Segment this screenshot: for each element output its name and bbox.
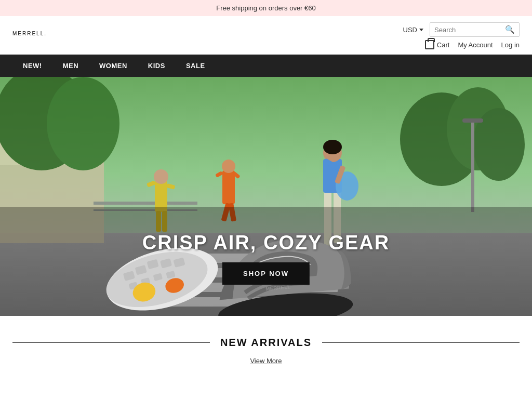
nav-item-new: NEW!: [12, 55, 52, 77]
hero-title: CRISP AIR, COZY GEAR: [142, 232, 390, 254]
search-button[interactable]: 🔍: [505, 25, 515, 34]
shop-now-button[interactable]: SHOP NOW: [222, 262, 310, 285]
header-top-row: USD 🔍: [403, 22, 520, 37]
nav-item-men: MEN: [52, 55, 89, 77]
login-button[interactable]: Log in: [501, 41, 520, 49]
nav-item-women: WOMEN: [89, 55, 138, 77]
view-more-link[interactable]: View More: [250, 357, 282, 365]
divider-right: [322, 342, 520, 343]
cart-label: Cart: [437, 41, 450, 49]
my-account-label: My Account: [458, 41, 493, 49]
chevron-down-icon: [419, 29, 423, 31]
nav-link-women[interactable]: WOMEN: [89, 55, 138, 77]
new-arrivals-header: NEW ARRIVALS: [12, 337, 520, 349]
announcement-text: Free shipping on orders over €60: [216, 4, 316, 12]
svg-rect-35: [471, 118, 474, 212]
svg-point-32: [323, 140, 342, 154]
announcement-bar: Free shipping on orders over €60: [0, 0, 532, 16]
hero-section: MERRELL CRISP AIR, COZY GEAR SHOP NOW: [0, 77, 532, 316]
logo-text: MERRELL: [12, 31, 44, 36]
search-container: 🔍: [430, 22, 520, 37]
new-arrivals-title: NEW ARRIVALS: [220, 337, 312, 349]
svg-point-12: [47, 77, 119, 170]
logo: MERRELL.: [12, 28, 47, 44]
currency-selector[interactable]: USD: [403, 26, 423, 34]
svg-point-16: [154, 169, 168, 184]
top-header: MERRELL. USD 🔍 Cart My: [0, 16, 532, 49]
login-label: Log in: [501, 41, 520, 49]
svg-point-22: [222, 159, 235, 173]
nav-item-sale: SALE: [176, 55, 216, 77]
my-account-button[interactable]: My Account: [458, 41, 493, 49]
search-icon: 🔍: [505, 25, 515, 34]
svg-rect-13: [94, 202, 197, 205]
header-bottom-row: Cart My Account Log in: [425, 40, 520, 49]
currency-value: USD: [403, 26, 417, 34]
nav-link-kids[interactable]: KIDS: [138, 55, 176, 77]
cart-icon: [425, 40, 434, 49]
divider-left: [12, 342, 210, 343]
nav-link-sale[interactable]: SALE: [176, 55, 216, 77]
header-right: USD 🔍 Cart My Account Log: [403, 22, 520, 49]
nav-bar: NEW! MEN WOMEN KIDS SALE: [0, 55, 532, 77]
nav-link-men[interactable]: MEN: [52, 55, 89, 77]
new-arrivals-section: NEW ARRIVALS View More: [0, 316, 532, 376]
cart-button[interactable]: Cart: [425, 40, 450, 49]
logo-tm: .: [44, 31, 47, 36]
svg-rect-21: [222, 170, 235, 204]
search-input[interactable]: [434, 26, 502, 34]
nav-link-new[interactable]: NEW!: [12, 55, 52, 77]
nav-list: NEW! MEN WOMEN KIDS SALE: [12, 55, 520, 77]
svg-rect-36: [462, 118, 483, 123]
nav-item-kids: KIDS: [138, 55, 176, 77]
hero-content: CRISP AIR, COZY GEAR SHOP NOW: [142, 232, 390, 285]
